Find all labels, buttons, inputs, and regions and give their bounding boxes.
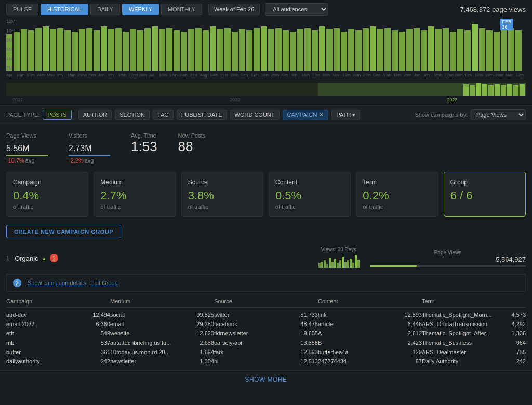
row-name: facebook bbox=[214, 321, 237, 327]
svg-rect-12 bbox=[94, 30, 100, 71]
svg-rect-75 bbox=[476, 83, 481, 96]
row-value: 19,605 bbox=[300, 330, 318, 336]
svg-rect-17 bbox=[130, 29, 136, 71]
svg-rect-43 bbox=[319, 26, 325, 71]
svg-rect-86 bbox=[326, 264, 328, 268]
campaign-card-campaign[interactable]: Campaign 0.4% of traffic bbox=[6, 172, 88, 217]
card-title: Source bbox=[188, 179, 257, 186]
views-label: Views: 30 Days bbox=[318, 247, 360, 252]
row-name: parsely-api bbox=[214, 340, 242, 346]
row-name: mb bbox=[6, 340, 14, 346]
page-type-label: PAGE TYPE: bbox=[6, 112, 39, 118]
row-value: 12,593 bbox=[300, 349, 318, 355]
mini-chart-container: 2021 2022 2023 bbox=[0, 80, 532, 102]
svg-rect-42 bbox=[312, 30, 318, 71]
svg-rect-52 bbox=[384, 28, 391, 71]
campaign-card-source[interactable]: Source 3.8% of traffic bbox=[181, 172, 263, 217]
row-value: 1,694 bbox=[200, 349, 214, 355]
path-filter-btn[interactable]: PATH ▾ bbox=[331, 110, 360, 120]
svg-rect-57 bbox=[421, 30, 427, 71]
new-posts-value: 88 bbox=[178, 140, 206, 153]
svg-rect-27 bbox=[203, 30, 209, 71]
page-views-value: 5.56M bbox=[6, 140, 48, 153]
organic-expand-icon[interactable]: ▲ bbox=[42, 255, 47, 261]
path-chevron-icon: ▾ bbox=[352, 112, 355, 118]
card-title: Term bbox=[363, 179, 431, 186]
show-more-btn[interactable]: SHOW MORE bbox=[245, 376, 287, 383]
svg-rect-89 bbox=[334, 259, 336, 268]
publish-date-filter-btn[interactable]: PUBLISH DATE bbox=[177, 110, 227, 120]
row-value: 13,858 bbox=[300, 340, 318, 346]
row-name: buffer bbox=[6, 349, 21, 355]
svg-rect-14 bbox=[108, 29, 114, 71]
svg-rect-73 bbox=[463, 84, 469, 96]
tag-filter-btn[interactable]: TAG bbox=[153, 110, 174, 120]
campaign-filter-tag[interactable]: CAMPAIGN ✕ bbox=[283, 110, 329, 120]
posts-filter-btn[interactable]: POSTS bbox=[43, 110, 71, 120]
table-row: fark 12,593 bbox=[214, 347, 318, 357]
organic-page-views-section: Page Views 5,564,927 bbox=[370, 250, 526, 267]
row-name: B bbox=[318, 340, 322, 346]
svg-rect-33 bbox=[246, 30, 252, 71]
row-name: tldrnewsletter bbox=[214, 330, 248, 336]
table-row: Daily Authority 242 bbox=[422, 357, 526, 366]
row-name: article bbox=[318, 321, 333, 327]
row-name: twitter bbox=[214, 312, 229, 318]
table-row: newsletter 1,304 bbox=[110, 357, 214, 366]
row-name: link bbox=[318, 312, 327, 318]
x-labels: Apr10th17th24th May8th15th22nd29th Jun8t… bbox=[0, 72, 532, 78]
data-col-medium: Medium social 99,525 email 29,280 websit… bbox=[110, 296, 214, 366]
row-name: social bbox=[110, 312, 125, 318]
svg-rect-74 bbox=[470, 85, 475, 96]
table-row: article 6,446 bbox=[318, 319, 422, 329]
historical-btn[interactable]: HISTORICAL bbox=[41, 4, 88, 15]
svg-rect-92 bbox=[342, 256, 344, 268]
svg-rect-98 bbox=[357, 260, 360, 268]
campaign-card-term[interactable]: Term 0.2% of traffic bbox=[356, 172, 438, 217]
svg-rect-95 bbox=[350, 259, 352, 268]
audience-selector[interactable]: All audiences bbox=[265, 3, 328, 16]
create-btn-row: CREATE NEW CAMPAIGN GROUP bbox=[0, 221, 532, 242]
card-value: 6 / 6 bbox=[450, 189, 519, 203]
svg-rect-18 bbox=[137, 30, 143, 71]
campaign-card-group[interactable]: Group 6 / 6 bbox=[444, 172, 526, 217]
card-value: 2.7% bbox=[100, 189, 169, 203]
svg-rect-59 bbox=[435, 29, 442, 71]
svg-rect-32 bbox=[239, 29, 245, 71]
svg-rect-1 bbox=[14, 32, 20, 71]
row-value: 1,304 bbox=[200, 358, 214, 365]
svg-rect-88 bbox=[331, 262, 334, 268]
svg-rect-51 bbox=[377, 29, 383, 71]
row-name: 247274434 bbox=[318, 358, 347, 365]
page-views-metric: Page Views 5.56M -10.7%avg bbox=[6, 132, 48, 164]
row-name: Thematic_Business bbox=[422, 340, 472, 346]
avg-time-label: Avg. Time bbox=[131, 132, 157, 139]
svg-rect-80 bbox=[507, 84, 512, 96]
author-filter-btn[interactable]: AUTHOR bbox=[78, 110, 112, 120]
monthly-btn[interactable]: MONTHLY bbox=[161, 4, 202, 15]
row-name: Daily Authority bbox=[422, 358, 458, 365]
table-row: buffer5ea4a 129 bbox=[318, 347, 422, 357]
week-selector[interactable]: Week of Feb 26 bbox=[208, 4, 260, 15]
svg-rect-68 bbox=[501, 29, 507, 71]
svg-rect-10 bbox=[79, 29, 85, 71]
svg-rect-23 bbox=[174, 30, 180, 71]
svg-rect-21 bbox=[159, 29, 165, 71]
create-campaign-group-btn[interactable]: CREATE NEW CAMPAIGN GROUP bbox=[6, 225, 121, 238]
campaigns-by-select[interactable]: Page Views bbox=[471, 109, 526, 120]
section-filter-btn[interactable]: SECTION bbox=[115, 110, 150, 120]
campaign-card-medium[interactable]: Medium 2.7% of traffic bbox=[94, 172, 176, 217]
pulse-btn[interactable]: PULSE bbox=[6, 4, 38, 15]
campaign-tag-remove[interactable]: ✕ bbox=[319, 112, 324, 118]
table-row: email 29,280 bbox=[110, 319, 214, 329]
table-row: link 12,593 bbox=[318, 310, 422, 319]
svg-rect-82 bbox=[520, 84, 525, 96]
daily-btn[interactable]: DAILY bbox=[90, 4, 120, 15]
weekly-btn[interactable]: WEEKLY bbox=[122, 4, 159, 15]
show-campaign-details-link[interactable]: Show campaign details bbox=[28, 280, 86, 286]
word-count-filter-btn[interactable]: WORD COUNT bbox=[230, 110, 280, 120]
campaign-card-content[interactable]: Content 0.5% of traffic bbox=[269, 172, 351, 217]
page-views-bar bbox=[370, 265, 526, 267]
edit-group-link[interactable]: Edit Group bbox=[90, 280, 118, 286]
svg-rect-47 bbox=[348, 29, 354, 71]
